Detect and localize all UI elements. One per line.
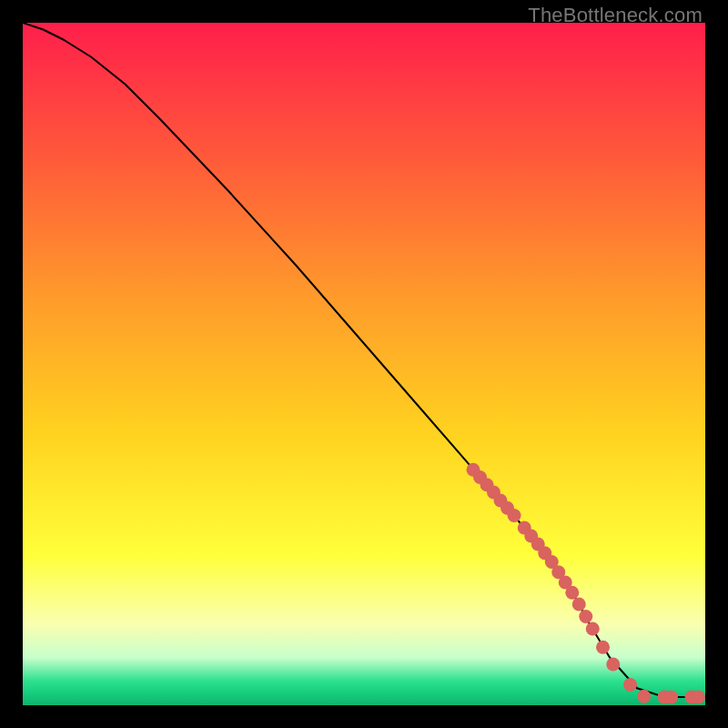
scatter-dot (586, 622, 600, 636)
scatter-dot (637, 690, 651, 703)
scatter-dot (579, 610, 592, 623)
gradient-background (23, 23, 705, 705)
chart-svg (23, 23, 705, 705)
scatter-dot (508, 509, 521, 522)
scatter-dot (623, 678, 637, 692)
scatter-dot (596, 641, 610, 654)
scatter-dot (572, 598, 586, 612)
plot-area (23, 23, 705, 705)
scatter-dot (606, 658, 620, 672)
scatter-dot (692, 691, 705, 704)
scatter-dot (565, 586, 579, 600)
watermark-text: TheBottleneck.com (528, 4, 703, 27)
chart-stage: TheBottleneck.com (0, 0, 728, 728)
scatter-dot (664, 691, 678, 704)
